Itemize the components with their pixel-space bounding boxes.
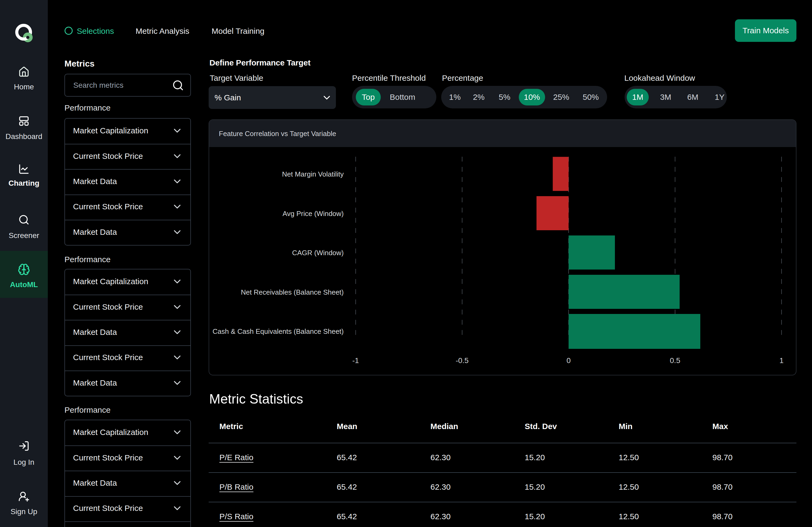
svg-text:0: 0	[567, 356, 571, 365]
svg-text:Net Margin Volatility: Net Margin Volatility	[282, 170, 344, 178]
svg-text:1: 1	[780, 356, 784, 365]
svg-text:Cash & Cash Equivalents (Balan: Cash & Cash Equivalents (Balance Sheet)	[213, 327, 344, 335]
svg-text:Net Receivables (Balance Sheet: Net Receivables (Balance Sheet)	[241, 288, 344, 296]
svg-text:-1: -1	[352, 356, 359, 365]
svg-text:Avg Price (Window): Avg Price (Window)	[282, 210, 344, 217]
svg-text:CAGR (Window): CAGR (Window)	[292, 249, 344, 257]
svg-text:-0.5: -0.5	[456, 356, 468, 365]
svg-text:0.5: 0.5	[670, 356, 680, 365]
